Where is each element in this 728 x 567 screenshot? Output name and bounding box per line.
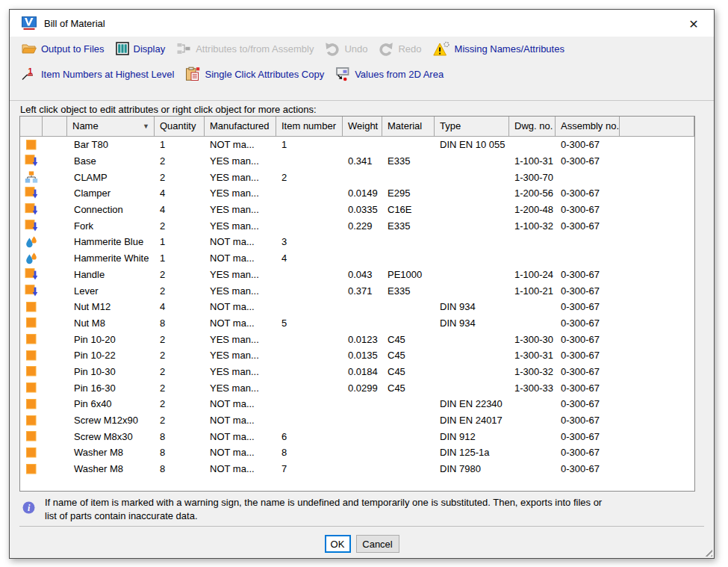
table-body: Bar T801NOT ma...1DIN EN 10 0550-300-67B… xyxy=(20,137,694,477)
cell-dwg: 1-300-32 xyxy=(509,366,556,377)
part-icon xyxy=(20,365,43,378)
column-header-type[interactable]: Type xyxy=(435,117,509,136)
cell-asm: 0-300-67 xyxy=(556,220,620,232)
column-header-empty[interactable] xyxy=(43,117,67,136)
cell-wt: 0.371 xyxy=(343,285,382,297)
table-row[interactable]: Screw M8x308NOT ma...6DIN 9120-300-67 xyxy=(20,428,694,444)
toolbar-button-attributes-to-from-assembly: Attributes to/from Assembly xyxy=(176,42,314,55)
cell-asm: 0-300-67 xyxy=(556,350,620,361)
cell-asm: 0-300-67 xyxy=(556,334,620,345)
button-row: OK Cancel xyxy=(10,535,714,553)
toolbar-button-single-click-attributes-copy[interactable]: Single Click Attributes Copy xyxy=(185,66,324,81)
table-row[interactable]: Hammerite White1NOT ma...4 xyxy=(20,250,694,267)
part-icon xyxy=(20,349,43,362)
cell-man: NOT ma... xyxy=(205,139,276,150)
cell-qty: 8 xyxy=(155,431,205,442)
table-row[interactable]: Bar T801NOT ma...1DIN EN 10 0550-300-67 xyxy=(20,137,694,153)
cell-dwg: 1-200-56 xyxy=(509,188,556,199)
folder-icon xyxy=(22,42,37,55)
cell-asm: 0-300-67 xyxy=(556,204,620,215)
cell-man: YES man... xyxy=(205,172,276,183)
column-header-material[interactable]: Material xyxy=(382,117,435,136)
column-header-weight[interactable]: Weight xyxy=(343,117,382,136)
toolbar-label-attributes-to-from-assembly: Attributes to/from Assembly xyxy=(196,43,314,55)
warning-gear-icon xyxy=(433,41,450,57)
table-row[interactable]: Handle2YES man...0.043PE10001-100-240-30… xyxy=(20,267,694,283)
table-row[interactable]: Screw M12x902NOT ma...DIN EN 240170-300-… xyxy=(20,412,694,429)
part-icon xyxy=(20,462,43,476)
toolbar-button-missing-names-attributes[interactable]: Missing Names/Attributes xyxy=(433,41,564,57)
table-row[interactable]: Clamper4YES man...0.0149E2951-200-560-30… xyxy=(20,185,694,202)
cell-item: 4 xyxy=(276,252,343,264)
cell-type: DIN 934 xyxy=(435,317,509,329)
column-header-manufactured[interactable]: Manufactured xyxy=(205,117,276,136)
cell-asm: 0-300-67 xyxy=(556,382,620,394)
column-header-assembly-no[interactable]: Assembly no. xyxy=(556,117,620,136)
toolbar-button-values-from-2d-area[interactable]: Values from 2D Area xyxy=(335,66,444,81)
toolbar-button-undo: Undo xyxy=(325,42,367,56)
cell-item: 3 xyxy=(276,236,343,247)
column-header-item-number[interactable]: Item number xyxy=(276,117,343,136)
cell-man: NOT ma... xyxy=(205,252,276,264)
table-row[interactable]: Base2YES man...0.341E3351-100-310-300-67 xyxy=(20,153,694,170)
cell-qty: 2 xyxy=(155,366,205,377)
cell-name: Clamper xyxy=(67,188,155,199)
cell-name: Screw M12x90 xyxy=(67,415,155,426)
toolbar-row-1: Output to FilesDisplayAttributes to/from… xyxy=(10,37,714,61)
cell-wt: 0.0335 xyxy=(343,204,382,215)
cell-man: YES man... xyxy=(205,155,276,167)
column-header-empty[interactable] xyxy=(20,117,43,136)
table-row[interactable]: Nut M124NOT ma...DIN 9340-300-67 xyxy=(20,299,694,315)
cell-type: DIN EN 24017 xyxy=(435,415,509,426)
cell-wt: 0.0149 xyxy=(343,188,382,199)
cancel-button[interactable]: Cancel xyxy=(356,535,399,553)
attributes-assembly-icon xyxy=(176,42,191,55)
cell-name: Hammerite Blue xyxy=(67,236,155,247)
table-row[interactable]: Nut M88NOT ma...5DIN 9340-300-67 xyxy=(20,315,694,332)
cell-item: 8 xyxy=(276,447,343,458)
toolbar-button-output-to-files[interactable]: Output to Files xyxy=(22,42,105,55)
cell-man: NOT ma... xyxy=(205,415,276,426)
table-row[interactable]: Washer M88NOT ma...8DIN 125-1a0-300-67 xyxy=(20,444,694,461)
cell-asm: 0-300-67 xyxy=(556,269,620,280)
toolbar-button-display[interactable]: Display xyxy=(116,42,166,55)
cell-name: Fork xyxy=(67,220,155,232)
cell-qty: 1 xyxy=(155,236,205,247)
toolbar-label-output-to-files: Output to Files xyxy=(41,43,105,55)
close-icon[interactable]: ✕ xyxy=(681,15,706,33)
column-header-name[interactable]: Name▼ xyxy=(67,117,155,136)
cell-asm: 0-300-67 xyxy=(556,285,620,297)
toolbar-label-values-from-2d-area: Values from 2D Area xyxy=(355,69,444,80)
table-row[interactable]: Hammerite Blue1NOT ma...3 xyxy=(20,234,694,250)
cell-man: NOT ma... xyxy=(205,236,276,247)
column-header-quantity[interactable]: Quantity xyxy=(155,117,205,136)
cell-qty: 2 xyxy=(155,415,205,426)
table-row[interactable]: Pin 10-202YES man...0.0123C451-300-300-3… xyxy=(20,331,694,347)
table-row[interactable]: CLAMP2YES man...21-300-70 xyxy=(20,169,694,185)
part-icon xyxy=(20,381,43,394)
cell-type: DIN 912 xyxy=(435,431,509,442)
cell-asm: 0-300-67 xyxy=(556,415,620,426)
cell-qty: 1 xyxy=(155,252,205,264)
table-row[interactable]: Pin 16-302YES man...0.0299C451-300-330-3… xyxy=(20,379,694,396)
table-row[interactable]: Connection4YES man...0.0335C16E1-200-480… xyxy=(20,202,694,218)
cell-item: 7 xyxy=(276,463,343,474)
table-row[interactable]: Pin 10-222YES man...0.0135C451-300-310-3… xyxy=(20,347,694,364)
table-row[interactable]: Lever2YES man...0.371E3351-100-210-300-6… xyxy=(20,282,694,299)
table-row[interactable]: Pin 6x402NOT ma...DIN EN 223400-300-67 xyxy=(20,396,694,412)
ok-button[interactable]: OK xyxy=(325,535,351,553)
cell-man: YES man... xyxy=(205,220,276,232)
cell-dwg: 1-300-31 xyxy=(509,350,556,361)
redo-icon xyxy=(379,42,393,56)
column-header-dwg-no[interactable]: Dwg. no. xyxy=(509,117,556,136)
cell-name: Pin 10-30 xyxy=(67,366,155,377)
cell-type: DIN 934 xyxy=(435,301,509,312)
table-row[interactable]: Washer M88NOT ma...7DIN 79800-300-67 xyxy=(20,461,694,477)
table-row[interactable]: Fork2YES man...0.229E3351-100-320-300-67 xyxy=(20,217,694,234)
cell-dwg: 1-200-48 xyxy=(509,204,556,215)
cell-dwg: 1-300-33 xyxy=(509,382,556,394)
column-header-empty[interactable] xyxy=(620,117,694,136)
table-row[interactable]: Pin 10-302YES man...0.0184C451-300-320-3… xyxy=(20,364,694,380)
part-arrow-icon xyxy=(20,219,43,233)
toolbar-button-item-numbers-highest-level[interactable]: 1Item Numbers at Highest Level xyxy=(22,66,174,81)
